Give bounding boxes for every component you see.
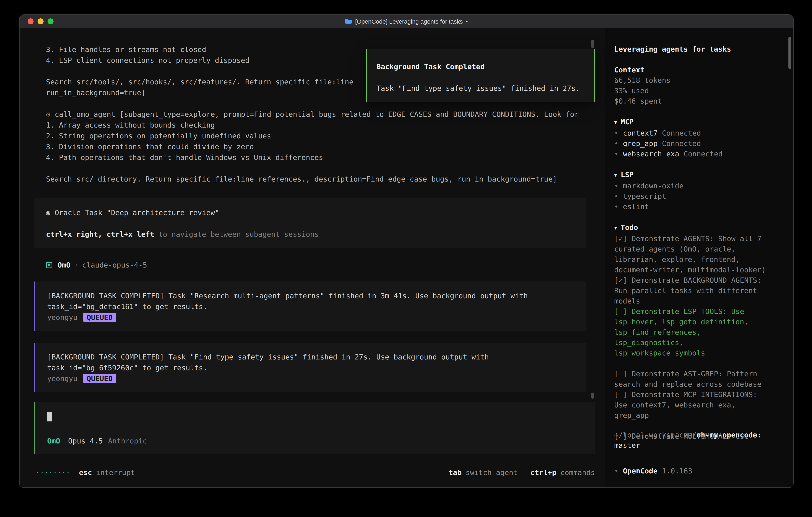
todo-checkbox: [✓] (614, 234, 627, 243)
todo-checkbox: [✓] (614, 276, 627, 284)
bullet-icon: • (614, 182, 618, 190)
message-text: task_id="bg_6f59260c" to get results. (47, 362, 574, 373)
mcp-item: •context7Connected (614, 128, 774, 138)
status-badge: QUEUED (83, 313, 116, 322)
agent-checkbox-icon (46, 262, 52, 268)
agent-header: OmO · claude-opus-4-5 (46, 260, 605, 270)
bullet-icon: • (614, 192, 618, 200)
input-agent-name: OmO (47, 437, 60, 445)
window-title-text: [OpenCode] Leveraging agents for tasks ◔ (355, 16, 468, 27)
bullet-icon: • (614, 467, 618, 475)
oracle-title-line: ◉Oracle Task "Deep architecture review" (46, 207, 574, 218)
mcp-status: Connected (684, 149, 723, 158)
app-name: OpenCode (623, 467, 658, 475)
mcp-section-header[interactable]: ▼MCP (614, 117, 774, 128)
todo-text: Demonstrate BACKGROUND AGENTS: Run paral… (614, 276, 766, 305)
close-button[interactable] (28, 18, 34, 24)
context-header: Context (614, 65, 774, 75)
prompt-input[interactable]: OmOOpus 4.5Anthropic (34, 402, 595, 454)
traffic-lights (20, 18, 54, 24)
triangle-down-icon: ▼ (614, 170, 617, 180)
tab-key-hint: tab (448, 467, 462, 478)
scrollbar-thumb[interactable] (591, 393, 594, 399)
todo-item: [ ]Demonstrate LSP TOOLS: Use lsp_hover,… (614, 306, 774, 358)
folder-icon (345, 19, 352, 24)
mcp-name: websearch_exa (623, 149, 679, 158)
esc-key-hint: esc (79, 467, 92, 478)
desktop: [OpenCode] Leveraging agents for tasks ◔… (0, 0, 812, 517)
mcp-name: grep_app (623, 139, 658, 147)
message-text: [BACKGROUND TASK COMPLETED] Task "Find t… (47, 351, 574, 362)
message-text: task_id="bg_dcfac161" to get results. (47, 301, 574, 312)
sidebar-scrollbar-thumb[interactable] (788, 37, 791, 69)
lsp-section-header[interactable]: ▼LSP (614, 169, 774, 181)
sidebar: Leveraging agents for tasks Context 66,5… (605, 28, 793, 487)
todo-text: Demonstrate LSP TOOLS: Use lsp_hover, ls… (614, 307, 753, 357)
background-task-message: [BACKGROUND TASK COMPLETED] Task "Resear… (34, 281, 586, 331)
text-cursor (47, 412, 52, 421)
workspace-dir: ~/local-workspaces/ (614, 431, 697, 439)
todo-text: Demonstrate AGENTS: Show all 7 curated a… (614, 234, 766, 274)
zoom-button[interactable] (48, 18, 54, 24)
workspace-path: ~/local-workspaces/oh-my-opencode: maste… (614, 430, 775, 451)
bullet-icon: • (614, 139, 618, 147)
context-spent: $0.46 spent (614, 96, 774, 106)
todo-text: Demonstrate MCP INTEGRATIONS: Use contex… (614, 390, 761, 419)
todo-text: Demonstrate AST-GREP: Pattern search and… (614, 370, 761, 388)
tool-call-line: ⚙call_omo_agent [subagent_type=explore, … (46, 109, 605, 119)
message-meta: yeongyuQUEUED (47, 373, 574, 384)
terminal-line: Search src/ directory. Return specific f… (46, 173, 605, 184)
status-bar-right: tab switch agent ctrl+p commands (448, 467, 595, 478)
terminal-line: 2. String operations on potentially unde… (46, 130, 605, 141)
minimize-button[interactable] (37, 18, 44, 24)
window-titlebar: [OpenCode] Leveraging agents for tasks ◔ (20, 15, 793, 28)
app-version-footer: •OpenCode1.0.163 (614, 466, 692, 476)
oracle-icon: ◉ (46, 208, 50, 217)
terminal-main: 3. File handles or streams not closed 4.… (20, 28, 605, 487)
terminal-window: [OpenCode] Leveraging agents for tasks ◔… (19, 15, 793, 488)
mcp-item: •grep_appConnected (614, 138, 774, 149)
todo-header-label: Todo (620, 223, 638, 232)
gear-icon: ⚙ (46, 110, 50, 118)
workspace-repo: oh-my-opencode: (697, 431, 761, 439)
mcp-status: Connected (662, 139, 701, 147)
toast-notification: Background Task Completed Task "Find typ… (366, 49, 595, 102)
lsp-header-label: LSP (620, 170, 634, 179)
background-task-message: [BACKGROUND TASK COMPLETED] Task "Find t… (34, 343, 586, 392)
todo-checkbox: [ ] (614, 390, 627, 399)
lsp-item: •eslint (614, 201, 774, 212)
message-meta: yeongyuQUEUED (47, 312, 574, 323)
oracle-task-panel: ◉Oracle Task "Deep architecture review" … (34, 198, 586, 248)
scrollbar-thumb[interactable] (591, 40, 594, 48)
commands-key-label: commands (560, 467, 595, 478)
agent-name: OmO (58, 260, 70, 270)
todo-item: [✓]Demonstrate BACKGROUND AGENTS: Run pa… (614, 275, 774, 306)
oracle-hint-keys: ctrl+x right, ctrl+x left (46, 230, 154, 238)
input-model-name: Opus 4.5 (68, 437, 103, 445)
context-used: 33% used (614, 86, 774, 96)
lsp-item: •markdown-oxide (614, 181, 774, 191)
todo-item: [ ]Demonstrate MCP INTEGRATIONS: Use con… (614, 389, 774, 420)
tab-key-label: switch agent (466, 467, 518, 478)
lsp-name: typescript (623, 192, 666, 200)
bullet-icon: • (614, 149, 618, 158)
oracle-hint-line: ctrl+x right, ctrl+x left to navigate be… (46, 229, 574, 240)
spinner-icon: ········ (35, 467, 70, 478)
todo-checkbox: [ ] (614, 307, 627, 316)
terminal-line: 4. Path operations that don't handle Win… (46, 152, 605, 163)
toast-title: Background Task Completed (376, 61, 584, 72)
separator-dot: · (74, 260, 79, 270)
lsp-name: eslint (623, 202, 649, 211)
todo-section-header[interactable]: ▼Todo (614, 222, 774, 234)
input-line (47, 411, 583, 422)
terminal-line: 3. Division operations that could divide… (46, 141, 605, 152)
mcp-header-label: MCP (620, 117, 634, 126)
lsp-name: markdown-oxide (623, 182, 684, 190)
bullet-icon: • (614, 202, 618, 211)
terminal-line: 1. Array access without bounds checking (46, 119, 605, 130)
todo-item: [✓]Demonstrate AGENTS: Show all 7 curate… (614, 234, 774, 275)
workspace-branch: master (614, 441, 640, 450)
commands-key-hint: ctrl+p (530, 467, 556, 478)
input-model-row: OmOOpus 4.5Anthropic (47, 435, 583, 446)
todo-item: [ ]Demonstrate AST-GREP: Pattern search … (614, 369, 774, 389)
